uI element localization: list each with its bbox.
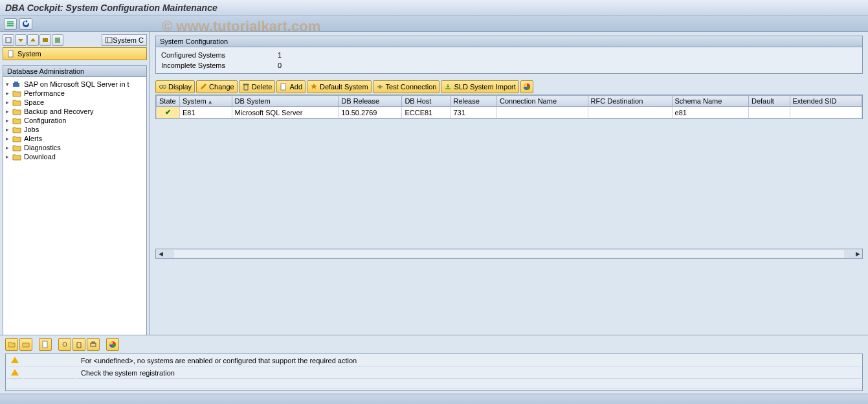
msg-tool-3[interactable] <box>39 338 52 351</box>
cell-conn <box>496 107 588 118</box>
folder-icon <box>12 98 21 106</box>
msg-tool-7[interactable] <box>106 338 119 351</box>
col-state[interactable]: State <box>157 96 180 107</box>
tree-item-alerts[interactable]: ▸Alerts <box>5 134 145 143</box>
cell-ext <box>790 107 862 118</box>
msg-tool-4[interactable] <box>58 338 71 351</box>
system-config-tab[interactable]: System C <box>102 34 147 46</box>
msg-spacer <box>24 368 76 379</box>
tree-label: Space <box>24 98 44 106</box>
svg-rect-8 <box>8 50 13 57</box>
col-ext[interactable]: Extended SID <box>790 96 862 107</box>
config-row: Configured Systems 1 <box>161 50 857 60</box>
col-dbsystem[interactable]: DB System <box>232 96 339 107</box>
folder-open-icon <box>8 341 16 348</box>
sb-tool-2-icon[interactable] <box>15 34 27 46</box>
folder-icon <box>12 107 21 115</box>
system-dropdown[interactable]: System <box>3 47 147 60</box>
cell-release: 731 <box>451 107 497 118</box>
svg-rect-4 <box>43 38 48 42</box>
tree-item-jobs[interactable]: ▸Jobs <box>5 125 145 134</box>
msg-tool-2[interactable] <box>19 338 32 351</box>
tree-label: Backup and Recovery <box>24 107 94 115</box>
col-release[interactable]: Release <box>451 96 497 107</box>
cell-system: E81 <box>180 107 232 118</box>
refresh-icon[interactable] <box>19 18 32 30</box>
btn-label: Change <box>209 83 234 91</box>
message-row[interactable]: Check the system registration <box>7 368 861 379</box>
svg-point-12 <box>163 85 166 89</box>
sb-tool-4-icon[interactable] <box>39 34 51 46</box>
horizontal-scrollbar[interactable]: ◀ ▶ <box>155 249 863 259</box>
msg-tool-5[interactable] <box>72 338 85 351</box>
scroll-track[interactable] <box>174 250 844 258</box>
msg-tool-1[interactable] <box>5 338 18 351</box>
btn-label: Delete <box>252 83 273 91</box>
sld-import-button[interactable]: SLD System Import <box>441 80 518 93</box>
tree-label: Diagnostics <box>24 144 61 152</box>
cell-schema: e81 <box>672 107 748 118</box>
svg-point-16 <box>63 342 67 346</box>
folder-icon <box>12 135 21 142</box>
sb-tool-5-icon[interactable] <box>52 34 63 46</box>
scroll-left-icon[interactable]: ◀ <box>156 251 165 257</box>
sb-tool-1-icon[interactable] <box>3 34 14 46</box>
action-bar: Display Change Delete Add Default System… <box>155 80 863 93</box>
folder-icon <box>12 126 21 133</box>
btn-label: Display <box>168 83 192 91</box>
svg-rect-10 <box>14 82 18 84</box>
grid-row[interactable]: ✔ E81 Microsoft SQL Server 10.50.2769 EC… <box>157 107 862 118</box>
add-button[interactable]: Add <box>276 80 306 93</box>
message-row[interactable]: For <undefined>, no systems are enabled … <box>7 355 861 366</box>
glasses-icon <box>159 83 166 91</box>
test-connection-button[interactable]: Test Connection <box>373 80 440 93</box>
config-panel-title: System Configuration <box>156 36 862 47</box>
tree-item-diagnostics[interactable]: ▸Diagnostics <box>5 143 145 152</box>
tree-item-space[interactable]: ▸Space <box>5 98 145 107</box>
delete-button[interactable]: Delete <box>239 80 276 93</box>
folder-icon <box>12 89 21 97</box>
folder-icon <box>12 144 21 152</box>
sort-asc-icon: ▲ <box>208 99 213 105</box>
message-row-empty <box>7 380 861 389</box>
connection-icon <box>376 83 384 91</box>
change-button[interactable]: Change <box>196 80 238 93</box>
config-panel: System Configuration Configured Systems … <box>155 36 863 74</box>
col-dbrelease[interactable]: DB Release <box>339 96 402 107</box>
tree-label: Download <box>24 153 56 161</box>
tree-item-backup[interactable]: ▸Backup and Recovery <box>5 107 145 116</box>
btn-label: Add <box>289 83 302 91</box>
svg-rect-0 <box>7 21 14 23</box>
display-button[interactable]: Display <box>155 80 195 93</box>
col-conn[interactable]: Connection Name <box>496 96 588 107</box>
svg-rect-2 <box>7 25 14 27</box>
message-table: For <undefined>, no systems are enabled … <box>5 354 863 391</box>
col-default[interactable]: Default <box>748 96 790 107</box>
palette-icon <box>523 83 531 91</box>
btn-label: Test Connection <box>386 83 437 91</box>
menu-icon[interactable] <box>4 18 17 30</box>
color-legend-button[interactable] <box>520 80 533 93</box>
folder-icon <box>12 117 21 124</box>
tree-item-configuration[interactable]: ▸Configuration <box>5 116 145 125</box>
default-system-button[interactable]: Default System <box>307 80 372 93</box>
msg-tool-6[interactable] <box>87 338 100 351</box>
col-schema[interactable]: Schema Name <box>672 96 748 107</box>
tree-item-download[interactable]: ▸Download <box>5 152 145 161</box>
content-area: System Configuration Configured Systems … <box>150 32 868 342</box>
document-icon <box>7 50 15 58</box>
tree-item-performance[interactable]: ▸Performance <box>5 89 145 98</box>
btn-label: SLD System Import <box>454 83 515 91</box>
col-system[interactable]: System▲ <box>180 96 232 107</box>
col-dbhost[interactable]: DB Host <box>402 96 451 107</box>
cell-dbsystem: Microsoft SQL Server <box>232 107 339 118</box>
config-label: Incomplete Systems <box>161 62 278 69</box>
grid-header-row: State System▲ DB System DB Release DB Ho… <box>157 96 862 107</box>
scroll-right-icon[interactable]: ▶ <box>853 251 862 257</box>
tree-root[interactable]: ▾ SAP on Microsoft SQL Server in t <box>5 80 145 89</box>
sb-tool-3-icon[interactable] <box>27 34 39 46</box>
col-rfc[interactable]: RFC Destination <box>588 96 672 107</box>
star-icon <box>310 83 318 91</box>
trash-icon <box>75 341 83 348</box>
status-bar <box>0 394 868 404</box>
